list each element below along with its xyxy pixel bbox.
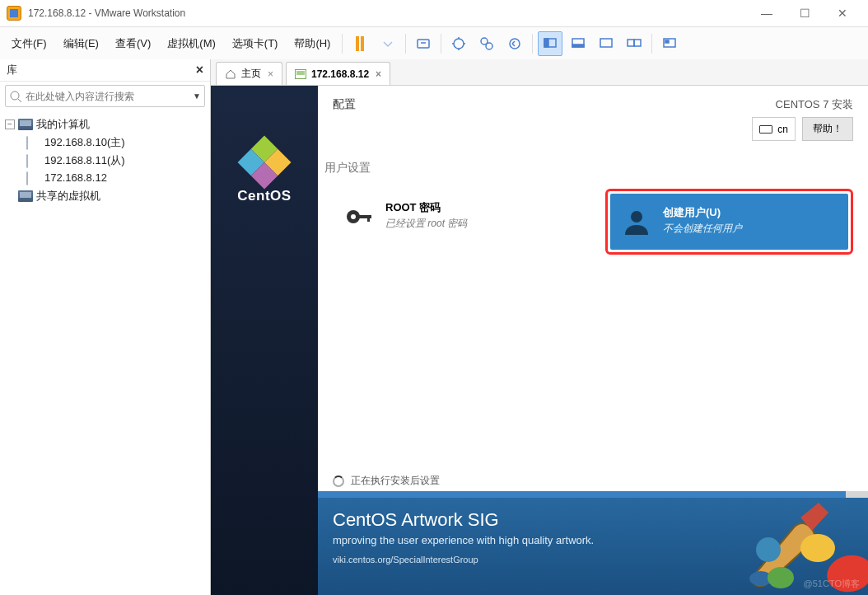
tab-home[interactable]: 主页 ×	[216, 62, 282, 85]
tree-vm-item[interactable]: 192.168.8.10(主)	[26, 134, 207, 152]
tree-label: 共享的虚拟机	[36, 189, 100, 204]
keyboard-layout-label: cn	[777, 124, 788, 135]
user-icon	[620, 205, 653, 238]
menu-file[interactable]: 文件(F)	[3, 31, 55, 56]
highlight-box: 创建用户(U) 不会创建任何用户	[605, 189, 853, 255]
user-settings-heading: 用户设置	[318, 146, 868, 180]
menu-vm[interactable]: 虚拟机(M)	[159, 31, 224, 56]
revert-snapshot-icon[interactable]	[502, 31, 527, 56]
menu-edit[interactable]: 编辑(E)	[55, 31, 107, 56]
search-dropdown-icon[interactable]: ▼	[193, 91, 201, 101]
pause-vm-button[interactable]	[348, 31, 372, 56]
power-dropdown-icon[interactable]	[376, 31, 400, 56]
menu-view[interactable]: 查看(V)	[107, 31, 159, 56]
create-user-card[interactable]: 创建用户(U) 不会创建任何用户	[610, 194, 848, 250]
keyboard-icon	[759, 125, 772, 134]
svg-rect-0	[418, 40, 429, 48]
console-view-icon[interactable]	[538, 31, 562, 56]
help-button[interactable]: 帮助！	[802, 117, 853, 141]
send-ctrl-alt-del-icon[interactable]	[411, 31, 436, 56]
tab-close-icon[interactable]: ×	[268, 68, 273, 80]
menu-tabs[interactable]: 选项卡(T)	[224, 31, 287, 56]
shared-icon	[18, 190, 33, 202]
close-library-button[interactable]: ×	[196, 63, 203, 77]
svg-rect-11	[634, 40, 641, 46]
tab-label: 主页	[241, 67, 261, 81]
fullscreen-icon[interactable]	[594, 31, 618, 56]
artwork-banner: CentOS Artwork SIG mproving the user exp…	[318, 498, 868, 595]
home-icon	[225, 68, 236, 80]
window-controls: ― ☐ ✕	[748, 0, 861, 26]
library-sidebar: 库 × ▼ − 我的计算机 192.168.8.10(主)	[0, 59, 211, 595]
vm-icon	[26, 171, 28, 185]
multimonitor-icon[interactable]	[622, 31, 646, 56]
snapshot-icon[interactable]	[446, 31, 471, 56]
separator	[405, 34, 406, 54]
tree-vm-label: 172.168.8.12	[44, 171, 107, 184]
key-icon	[343, 200, 376, 233]
create-user-title: 创建用户(U)	[663, 205, 742, 220]
thumbnail-icon[interactable]	[657, 31, 682, 56]
library-header: 库 ×	[0, 59, 210, 82]
tree-shared-vms[interactable]: 共享的虚拟机	[3, 187, 207, 205]
tab-close-icon[interactable]: ×	[376, 68, 381, 80]
close-button[interactable]: ✕	[824, 0, 861, 26]
paint-blob-yellow	[800, 534, 835, 562]
spinner-icon	[333, 476, 344, 487]
root-password-subtitle: 已经设置 root 密码	[385, 217, 467, 231]
library-search[interactable]: ▼	[5, 85, 205, 107]
installer-sidebar: CentOS	[211, 86, 318, 595]
progress-text: 正在执行安装后设置	[351, 474, 440, 488]
tab-active-vm[interactable]: 172.168.8.12 ×	[286, 62, 390, 85]
tree-vm-label: 192.168.8.11(从)	[44, 153, 125, 168]
maximize-button[interactable]: ☐	[786, 0, 824, 26]
vm-viewport[interactable]: CentOS 配置 CENTOS 7 安装 cn 帮助	[211, 86, 868, 595]
create-user-subtitle: 不会创建任何用户	[663, 222, 742, 236]
library-tree: − 我的计算机 192.168.8.10(主) 192.168.8.11(从) …	[0, 110, 210, 210]
search-icon	[9, 90, 22, 103]
host-icon	[18, 119, 33, 130]
centos-brand: CentOS	[237, 188, 291, 204]
menu-help[interactable]: 帮助(H)	[286, 31, 338, 56]
titlebar: 172.168.8.12 - VMware Workstation ― ☐ ✕	[0, 0, 868, 26]
svg-point-3	[486, 43, 492, 49]
svg-point-14	[11, 91, 19, 100]
svg-point-17	[351, 214, 356, 219]
svg-rect-9	[600, 39, 612, 47]
tree-label: 我的计算机	[36, 117, 90, 132]
keyboard-layout-button[interactable]: cn	[752, 117, 796, 141]
svg-point-1	[454, 39, 464, 49]
unity-view-icon[interactable]	[566, 31, 590, 56]
tree-my-computer[interactable]: − 我的计算机	[3, 115, 207, 134]
separator	[532, 34, 533, 54]
snapshot-manager-icon[interactable]	[474, 31, 499, 56]
tree-vm-item[interactable]: 172.168.8.12	[26, 170, 207, 185]
svg-point-4	[510, 39, 520, 49]
library-title: 库	[7, 63, 17, 77]
vm-icon	[295, 69, 306, 79]
tree-vm-label: 192.168.8.10(主)	[44, 135, 125, 150]
tree-vm-item[interactable]: 192.168.8.11(从)	[26, 152, 207, 170]
svg-line-15	[18, 99, 21, 102]
svg-rect-13	[665, 40, 669, 43]
window-title: 172.168.8.12 - VMware Workstation	[28, 7, 185, 19]
main-area: 主页 × 172.168.8.12 × CentOS 配置	[211, 59, 868, 595]
svg-point-20	[631, 211, 642, 223]
collapse-icon[interactable]: −	[5, 119, 15, 129]
root-password-card[interactable]: ROOT 密码 已经设置 root 密码	[333, 189, 590, 255]
vm-icon	[26, 154, 28, 168]
menubar: 文件(F) 编辑(E) 查看(V) 虚拟机(M) 选项卡(T) 帮助(H)	[0, 26, 868, 59]
minimize-button[interactable]: ―	[748, 0, 786, 26]
installer-product: CENTOS 7 安装	[776, 97, 853, 112]
separator	[651, 34, 652, 54]
installer-content: 配置 CENTOS 7 安装 cn 帮助！	[318, 86, 868, 595]
watermark-text: @51CTO博客	[804, 578, 860, 590]
svg-rect-6	[544, 39, 548, 47]
search-input[interactable]	[26, 91, 189, 102]
installer-heading: 配置	[333, 97, 356, 141]
app-icon	[7, 6, 21, 21]
tab-label: 172.168.8.12	[311, 68, 369, 80]
tab-strip: 主页 × 172.168.8.12 ×	[211, 59, 868, 86]
vm-icon	[26, 136, 28, 150]
separator	[441, 34, 441, 54]
